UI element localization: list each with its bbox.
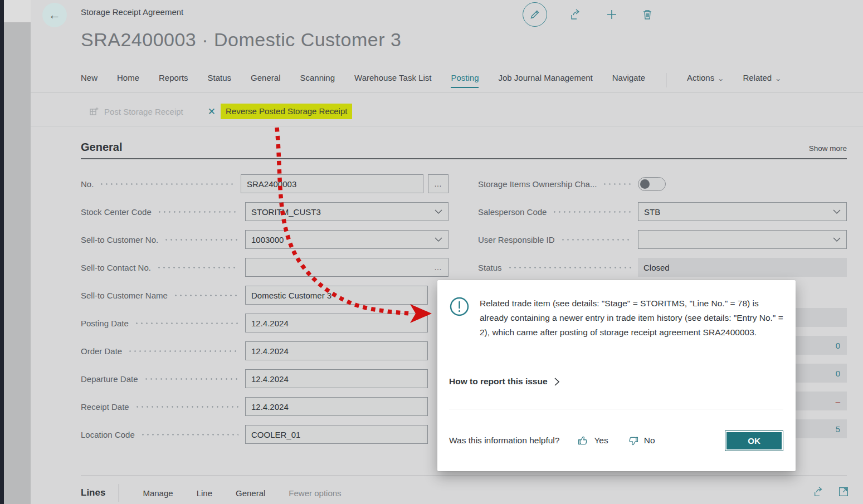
field-label: Sell-to Customer No. xyxy=(81,235,158,244)
sell-to-contact-no-input[interactable]: … xyxy=(245,258,448,277)
reverse-posted-storage-receipt-button[interactable]: ✕ Reverse Posted Storage Receipt xyxy=(208,104,353,119)
chevron-down-icon xyxy=(833,237,841,242)
tab-scanning[interactable]: Scanning xyxy=(300,73,335,87)
tabs-divider-rule xyxy=(31,92,863,93)
tab-actions[interactable]: Actions⌄ xyxy=(687,73,723,87)
show-more-link[interactable]: Show more xyxy=(809,144,847,153)
dotted-leader xyxy=(140,434,238,436)
post-storage-receipt-button[interactable]: Post Storage Receipt xyxy=(89,106,183,116)
how-to-report-link[interactable]: How to report this issue xyxy=(449,376,559,386)
page-title: SRA2400003 · Domestic Customer 3 xyxy=(81,29,401,51)
dash-value: – xyxy=(836,397,840,406)
dotted-leader xyxy=(135,406,238,408)
lines-menu-general[interactable]: General xyxy=(236,488,265,498)
general-section-heading[interactable]: General xyxy=(81,141,122,154)
ok-button[interactable]: OK xyxy=(725,430,783,451)
lines-menu-line[interactable]: Line xyxy=(197,488,212,498)
field-row-posting-date: Posting Date 12.4.2024 xyxy=(81,314,448,332)
field-row-storage-items-ownership: Storage Items Ownership Cha... xyxy=(478,174,847,193)
field-row-location-code: Location Code COOLER_01 xyxy=(81,425,448,444)
field-label: Stock Center Code xyxy=(81,207,152,217)
back-button[interactable]: ← xyxy=(42,3,67,27)
chevron-down-icon: ⌄ xyxy=(774,75,782,82)
dotted-leader xyxy=(99,183,234,185)
tab-job-journal-management[interactable]: Job Journal Management xyxy=(498,73,592,87)
dotted-leader xyxy=(173,295,238,296)
no-label: No xyxy=(644,436,655,446)
lines-section-heading[interactable]: Lines xyxy=(81,487,105,498)
lines-corner-icons xyxy=(813,486,850,498)
tab-new[interactable]: New xyxy=(81,73,97,87)
storage-items-ownership-toggle[interactable] xyxy=(638,177,666,191)
field-label: Departure Date xyxy=(81,374,138,384)
tab-status[interactable]: Status xyxy=(208,73,232,87)
assist-edit-dots[interactable]: … xyxy=(434,263,442,272)
drilldown-value[interactable]: 0 xyxy=(836,341,840,350)
posting-date-input[interactable]: 12.4.2024 xyxy=(245,314,428,332)
tab-posting[interactable]: Posting xyxy=(451,73,479,88)
share-icon[interactable] xyxy=(813,486,825,498)
lines-menu-manage[interactable]: Manage xyxy=(143,488,173,498)
field-row-stock-center-code: Stock Center Code STORITM_CUST3 xyxy=(81,202,448,221)
dotted-leader xyxy=(144,378,238,380)
window-edge-strip xyxy=(0,0,4,504)
field-row-sell-to-contact-no: Sell-to Contact No. … xyxy=(81,258,448,277)
salesperson-code-dropdown[interactable]: STB xyxy=(638,202,847,221)
lines-section-rule xyxy=(81,475,847,476)
status-readonly-field: Closed xyxy=(638,258,847,277)
feedback-yes-button[interactable]: Yes xyxy=(577,435,608,447)
dotted-leader xyxy=(128,350,238,352)
new-record-icon[interactable] xyxy=(605,8,618,21)
general-fields-right: Storage Items Ownership Cha... Salespers… xyxy=(478,174,847,277)
tab-home[interactable]: Home xyxy=(117,73,139,87)
drilldown-value[interactable]: 0 xyxy=(836,369,840,378)
field-row-order-date: Order Date 12.4.2024 xyxy=(81,341,448,360)
error-dialog: Related trade item (see details: "Stage"… xyxy=(437,280,796,471)
fewer-options-link[interactable]: Fewer options xyxy=(289,488,341,498)
drilldown-value[interactable]: 5 xyxy=(836,424,840,434)
field-label: Location Code xyxy=(81,430,135,439)
chevron-down-icon: ⌄ xyxy=(717,75,724,82)
no-assist-edit-button[interactable]: … xyxy=(428,174,448,193)
tab-navigate[interactable]: Navigate xyxy=(612,73,645,87)
location-code-input[interactable]: COOLER_01 xyxy=(245,425,428,444)
dotted-leader xyxy=(157,267,238,268)
ribbon-tabs: New Home Reports Status General Scanning… xyxy=(81,73,781,88)
tab-warehouse-task-list[interactable]: Warehouse Task List xyxy=(354,73,431,87)
user-responsible-id-dropdown[interactable] xyxy=(638,230,847,249)
open-in-window-icon[interactable] xyxy=(837,486,850,498)
tab-reports[interactable]: Reports xyxy=(159,73,188,87)
tab-related[interactable]: Related⌄ xyxy=(743,73,781,87)
stock-center-code-dropdown[interactable]: STORITM_CUST3 xyxy=(245,202,448,221)
back-arrow-icon: ← xyxy=(48,8,61,22)
field-label: Storage Items Ownership Cha... xyxy=(478,179,597,189)
dotted-leader xyxy=(508,267,631,268)
order-date-input[interactable]: 12.4.2024 xyxy=(245,341,428,360)
field-row-sell-to-customer-no: Sell-to Customer No. 1003000 xyxy=(81,230,448,249)
field-row-sell-to-customer-name: Sell-to Customer Name Domestic Customer … xyxy=(81,286,448,305)
field-label: Posting Date xyxy=(81,319,129,328)
delete-icon[interactable] xyxy=(641,8,654,21)
departure-date-input[interactable]: 12.4.2024 xyxy=(245,369,428,388)
collapsed-sidebar xyxy=(4,22,31,504)
dialog-divider xyxy=(449,409,783,409)
field-row-receipt-date: Receipt Date 12.4.2024 xyxy=(81,397,448,416)
receipt-date-input[interactable]: 12.4.2024 xyxy=(245,397,428,416)
yes-label: Yes xyxy=(594,436,608,446)
field-label: Status xyxy=(478,263,502,272)
sell-to-customer-name-input[interactable]: Domestic Customer 3 xyxy=(245,286,428,305)
field-row-departure-date: Departure Date 12.4.2024 xyxy=(81,369,448,388)
share-icon[interactable] xyxy=(569,8,583,21)
chevron-down-icon xyxy=(435,209,442,214)
tab-general[interactable]: General xyxy=(251,73,280,87)
no-input[interactable]: SRA2400003 xyxy=(241,174,423,193)
feedback-no-button[interactable]: No xyxy=(627,435,655,447)
toggle-knob xyxy=(640,179,650,189)
chevron-down-icon xyxy=(833,209,841,214)
edit-mode-button[interactable] xyxy=(523,2,547,27)
cancel-x-icon: ✕ xyxy=(208,106,216,118)
field-label: Order Date xyxy=(81,346,122,356)
dotted-leader xyxy=(164,239,238,241)
sell-to-customer-no-dropdown[interactable]: 1003000 xyxy=(245,230,448,249)
dotted-leader xyxy=(134,322,238,324)
